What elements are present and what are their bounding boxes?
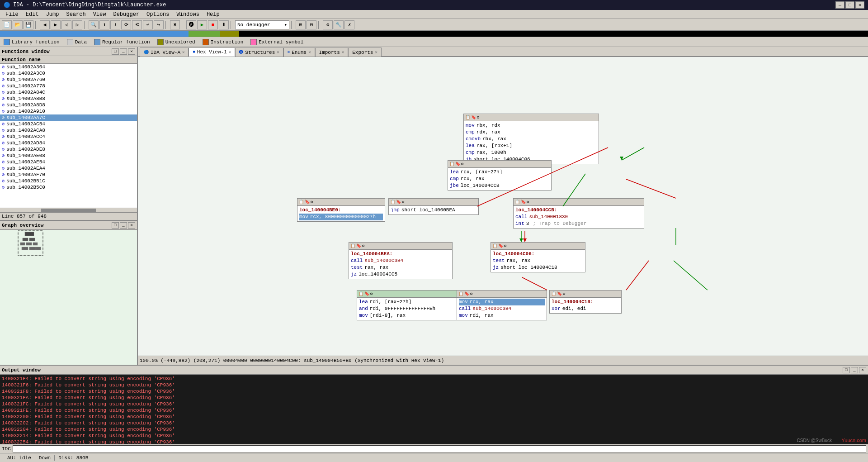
functions-minimize-btn[interactable]: _ — [120, 48, 127, 55]
tb-misc1[interactable]: ⊞ — [296, 20, 306, 29]
menu-debugger[interactable]: Debugger — [109, 10, 143, 19]
asm-block-2[interactable]: 📋 🔖 ⚙ learcx, [rax+27h] cmprcx, rax jbel… — [448, 160, 552, 191]
tb-btn6[interactable]: ↩ — [143, 20, 153, 29]
tb-btn4[interactable]: ⟳ — [121, 20, 131, 29]
output-close-btn[interactable]: ✕ — [859, 367, 866, 373]
tab-imports[interactable]: Imports ✕ — [315, 48, 349, 57]
tb-misc5[interactable]: ✗ — [344, 20, 354, 29]
tb-misc3[interactable]: ⚙ — [323, 20, 333, 29]
output-input[interactable] — [13, 445, 866, 452]
menu-search[interactable]: Search — [62, 10, 89, 19]
asm-block-5[interactable]: 📋 🔖 ⚙ loc_140004CCB: callsub_140001830 i… — [513, 198, 644, 229]
list-item[interactable]: ⊘ sub_14002A760 — [0, 76, 137, 83]
output-float-btn[interactable]: □ — [843, 367, 850, 373]
tb-open[interactable]: 📂 — [13, 20, 23, 29]
tab-exports[interactable]: Exports ✕ — [348, 48, 382, 57]
list-item[interactable]: ⊘ sub_14002A8B8 — [0, 95, 137, 102]
graph-close-btn[interactable]: ✕ — [128, 222, 135, 229]
list-item[interactable]: ⊘ sub_14002AF70 — [0, 171, 137, 178]
tab-close-ida[interactable]: ✕ — [182, 50, 184, 55]
asm-block-6[interactable]: 📋 🔖 ⚙ loc_140004BEA: callsub_14000C3B4 t… — [349, 242, 453, 279]
list-item[interactable]: ⊘ sub_14002A910 — [0, 108, 137, 114]
graph-area[interactable]: 📋 🔖 ⚙ movrbx, rdx cmprdx, rax cmovbrbx, … — [138, 57, 868, 356]
menu-windows[interactable]: Windows — [173, 10, 203, 19]
maximize-button[interactable]: □ — [845, 1, 854, 9]
tb-pause[interactable]: ⏸ — [219, 20, 229, 29]
tb-btn1[interactable]: 🔍 — [89, 20, 99, 29]
list-item[interactable]: ⊘ sub_14002ACC4 — [0, 133, 137, 140]
list-item[interactable]: ⊘ sub_14002ACA8 — [0, 127, 137, 133]
tab-close-enums[interactable]: ✕ — [308, 50, 311, 55]
tab-label-hex: Hex View-1 — [197, 49, 227, 55]
close-button[interactable]: ✕ — [855, 1, 864, 9]
menu-file[interactable]: File — [2, 10, 22, 19]
tb-misc2[interactable]: ⊟ — [307, 20, 316, 29]
debugger-dropdown[interactable]: No debugger ▾ — [235, 20, 289, 29]
list-item[interactable]: ⊘ sub_14002A8D8 — [0, 102, 137, 108]
func-name: sub_14002AC54 — [6, 121, 45, 127]
tb-forward2[interactable]: ▷ — [72, 20, 82, 29]
list-item[interactable]: ⊘ sub_14002A3C0 — [0, 70, 137, 76]
tb-btn3[interactable]: ⬇ — [110, 20, 120, 29]
asm-block-header-8: 📋 🔖 ⚙ — [357, 291, 460, 298]
list-item[interactable]: ⊘ sub_14002AE08 — [0, 152, 137, 159]
output-content[interactable]: 1400321F4: Failed to convert string usin… — [0, 375, 868, 444]
list-item[interactable]: ⊘ sub_14002ADE8 — [0, 146, 137, 152]
tb-new[interactable]: 📄 — [2, 20, 12, 29]
graph-minimize-btn[interactable]: _ — [120, 222, 127, 229]
list-item[interactable]: ⊘ sub_14002B5C0 — [0, 184, 137, 191]
output-minimize-btn[interactable]: _ — [851, 367, 858, 373]
scrollbar-thumb[interactable] — [41, 209, 96, 212]
graph-float-btn[interactable]: □ — [112, 222, 119, 229]
menu-edit[interactable]: Edit — [22, 10, 42, 19]
tab-close-imports[interactable]: ✕ — [342, 50, 344, 55]
list-item[interactable]: ⊘ sub_14002AEA4 — [0, 165, 137, 171]
tab-ida-view-a[interactable]: 🔵 IDA View-A ✕ — [140, 48, 189, 57]
tb-run[interactable]: ▶ — [197, 20, 207, 29]
tb-back[interactable]: ◀ — [40, 20, 50, 29]
list-item[interactable]: ⊘ sub_14002AD84 — [0, 140, 137, 146]
menu-options[interactable]: Options — [143, 10, 173, 19]
menu-jump[interactable]: Jump — [42, 10, 63, 19]
tb-stop2[interactable]: ■ — [208, 20, 218, 29]
list-item[interactable]: ⊘ sub_14002A778 — [0, 83, 137, 89]
tab-close-hex[interactable]: ✕ — [229, 50, 231, 55]
list-item[interactable]: ⊘ sub_14002B51C — [0, 178, 137, 184]
asm-block-8[interactable]: 📋 🔖 ⚙ leardi, [rax+27h] andrdi, 0FFFFFFF… — [357, 290, 461, 320]
functions-close-btn[interactable]: ✕ — [128, 48, 135, 55]
asm-block-7[interactable]: 📋 🔖 ⚙ loc_140004C06: testrax, rax jzshor… — [491, 242, 585, 272]
tb-btn5[interactable]: ⟲ — [132, 20, 142, 29]
asm-block-10[interactable]: 📋 🔖 ⚙ loc_140004C18: xoredi, edi — [549, 290, 622, 314]
tb-forward[interactable]: ▶ — [51, 20, 61, 29]
tb-btn7[interactable]: ↪ — [154, 20, 164, 29]
list-item[interactable]: ⊘ sub_14002AE54 — [0, 159, 137, 165]
graph-overview-content[interactable] — [0, 230, 137, 365]
function-list[interactable]: ⊘ sub_14002A304 ⊘ sub_14002A3C0 ⊘ sub_14… — [0, 64, 137, 208]
tab-hex-view-1[interactable]: ■ Hex View-1 ✕ — [189, 48, 235, 57]
list-item[interactable]: ⊘ sub_14002A304 — [0, 64, 137, 70]
list-item-selected[interactable]: ⊘ sub_14002AA7C — [0, 114, 137, 121]
tb-btn2[interactable]: ⬆ — [99, 20, 109, 29]
minimize-button[interactable]: — — [835, 1, 844, 9]
asm-block-1[interactable]: 📋 🔖 ⚙ movrbx, rdx cmprdx, rax cmovbrbx, … — [463, 114, 599, 164]
tb-stop[interactable]: ✖ — [170, 20, 180, 29]
tab-enums[interactable]: ≡ Enums ✕ — [283, 48, 315, 57]
tb-misc4[interactable]: 🔧 — [334, 20, 344, 29]
functions-scrollbar[interactable] — [0, 208, 137, 212]
list-item[interactable]: ⊘ sub_14002AC54 — [0, 121, 137, 127]
list-item[interactable]: ⊘ sub_14002A84C — [0, 89, 137, 95]
tab-close-exports[interactable]: ✕ — [375, 50, 377, 55]
tb-back2[interactable]: ◁ — [61, 20, 71, 29]
tab-structures[interactable]: 🅐 Structures ✕ — [235, 48, 283, 57]
asm-block-4[interactable]: 📋 🔖 ⚙ loc_140004BE0: movrcx, 80000000000… — [297, 198, 385, 222]
tb-save[interactable]: 💾 — [24, 20, 33, 29]
asm-block-3[interactable]: 📋 🔖 ⚙ jmpshort loc_14000BEA — [388, 198, 479, 215]
asm-block-9[interactable]: 📋 🔖 ⚙ movrcx, rax callsub_14000C3B4 movr… — [457, 290, 547, 320]
tab-close-structures[interactable]: ✕ — [277, 50, 279, 55]
graph-overview-controls: □ _ ✕ — [112, 222, 135, 229]
graph-status: 100.0% (-449,882) (208,271) 00004000 000… — [138, 356, 868, 365]
menu-view[interactable]: View — [90, 10, 110, 19]
tb-color[interactable]: 🅐 — [186, 20, 196, 29]
menu-help[interactable]: Help — [203, 10, 223, 19]
functions-float-btn[interactable]: □ — [112, 48, 119, 55]
